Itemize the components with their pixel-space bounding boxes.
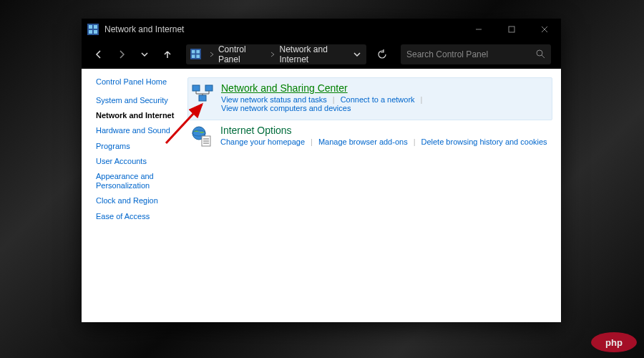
- search-icon: [535, 49, 545, 61]
- sidebar-item-network-internet[interactable]: Network and Internet: [96, 111, 187, 120]
- search-input[interactable]: Search Control Panel: [401, 44, 551, 64]
- close-button[interactable]: [528, 19, 561, 40]
- sidebar-item-user-accounts[interactable]: User Accounts: [96, 157, 187, 166]
- breadcrumb-item[interactable]: Control Panel: [218, 44, 267, 64]
- category-title-network-sharing[interactable]: Network and Sharing Center: [221, 82, 348, 94]
- chevron-right-icon: [210, 49, 214, 59]
- address-dropdown-button[interactable]: [353, 49, 361, 59]
- section-internet-options: Internet Options Change your homepage | …: [187, 120, 552, 155]
- svg-line-15: [542, 55, 545, 58]
- sublink-manage-addons[interactable]: Manage browser add-ons: [318, 137, 408, 146]
- sublink-view-network-status[interactable]: View network status and tasks: [221, 95, 327, 104]
- watermark-icon: php: [588, 325, 640, 354]
- window-controls: [462, 19, 561, 40]
- sidebar-item-appearance-personalization[interactable]: Appearance and Personalization: [96, 172, 187, 190]
- separator: |: [421, 95, 423, 104]
- chevron-right-icon: [270, 49, 275, 59]
- address-bar-icon: [190, 49, 201, 60]
- svg-rect-3: [89, 30, 92, 34]
- window-title: Network and Internet: [104, 24, 184, 34]
- category-title-internet-options[interactable]: Internet Options: [220, 125, 292, 136]
- toolbar: Control Panel Network and Internet Searc…: [82, 40, 561, 69]
- sublink-view-network-computers[interactable]: View network computers and devices: [221, 104, 351, 112]
- sidebar-item-clock-region[interactable]: Clock and Region: [96, 196, 187, 205]
- maximize-button[interactable]: [495, 19, 528, 40]
- svg-rect-1: [89, 25, 92, 29]
- sidebar-home[interactable]: Control Panel Home: [96, 77, 187, 86]
- sidebar-item-programs[interactable]: Programs: [96, 142, 187, 151]
- up-button[interactable]: [157, 44, 177, 64]
- svg-rect-6: [509, 26, 514, 32]
- app-icon: [87, 24, 99, 35]
- svg-rect-16: [192, 85, 200, 91]
- internet-options-icon: [190, 125, 213, 147]
- sublink-change-homepage[interactable]: Change your homepage: [220, 137, 305, 146]
- minimize-button[interactable]: [462, 19, 495, 40]
- refresh-button[interactable]: [372, 44, 392, 64]
- back-button[interactable]: [89, 44, 109, 64]
- address-bar[interactable]: Control Panel Network and Internet: [186, 44, 366, 64]
- forward-button[interactable]: [112, 44, 132, 64]
- control-panel-window: Network and Internet Control Panel: [82, 19, 561, 322]
- body: Control Panel Home System and Security N…: [82, 69, 561, 322]
- sidebar: Control Panel Home System and Security N…: [82, 77, 187, 322]
- search-placeholder: Search Control Panel: [406, 49, 535, 59]
- sidebar-item-ease-of-access[interactable]: Ease of Access: [96, 212, 187, 221]
- svg-rect-18: [199, 95, 206, 101]
- titlebar: Network and Internet: [82, 19, 561, 40]
- separator: |: [333, 95, 335, 104]
- separator: |: [311, 137, 313, 146]
- sidebar-item-system-security[interactable]: System and Security: [96, 96, 187, 105]
- network-sharing-icon: [191, 82, 214, 105]
- section-network-sharing-center: Network and Sharing Center View network …: [187, 77, 552, 120]
- svg-rect-17: [205, 85, 213, 91]
- svg-point-14: [537, 50, 542, 56]
- content: Network and Sharing Center View network …: [187, 77, 561, 322]
- svg-rect-4: [94, 30, 97, 34]
- sidebar-item-hardware-sound[interactable]: Hardware and Sound: [96, 126, 187, 135]
- svg-rect-11: [196, 50, 200, 54]
- sublink-delete-history[interactable]: Delete browsing history and cookies: [421, 137, 547, 146]
- recent-locations-button[interactable]: [135, 44, 155, 64]
- svg-rect-12: [192, 54, 195, 58]
- svg-rect-2: [94, 25, 97, 29]
- sublink-connect-network[interactable]: Connect to a network: [341, 95, 415, 104]
- svg-text:php: php: [605, 337, 623, 348]
- breadcrumb-item[interactable]: Network and Internet: [279, 44, 353, 64]
- svg-rect-10: [192, 50, 195, 54]
- separator: |: [414, 137, 416, 146]
- svg-rect-13: [196, 54, 200, 58]
